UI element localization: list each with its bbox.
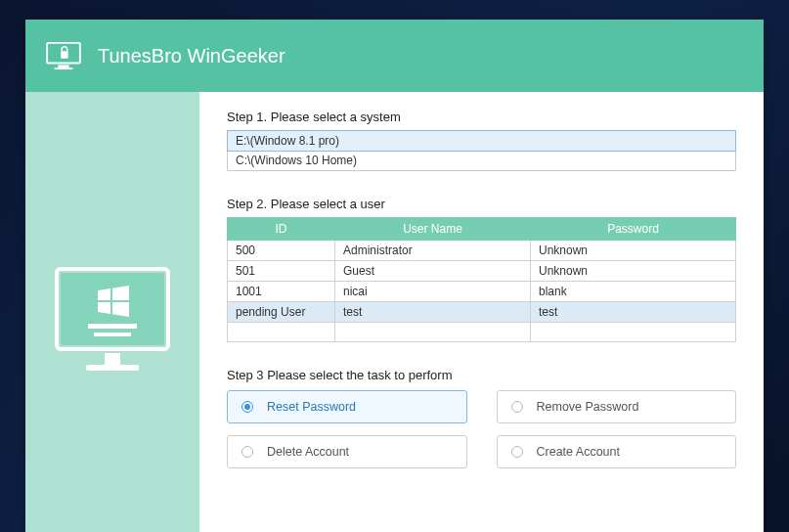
task-label: Create Account [537,445,620,459]
cell-id: 501 [228,261,335,282]
svg-rect-14 [94,332,131,336]
radio-icon [511,446,523,458]
app-window: TunesBro WinGeeker [25,20,764,532]
table-row[interactable]: 500 Administrator Unknown [228,241,736,261]
main-panel: Step 1. Please select a system E:\(Windo… [199,92,764,532]
task-delete-account[interactable]: Delete Account [227,435,467,468]
col-id: ID [228,218,335,241]
cell-password: test [531,302,736,323]
header: TunesBro WinGeeker [25,20,764,92]
svg-rect-8 [86,365,139,371]
svg-rect-3 [55,67,73,69]
step2-label: Step 2. Please select a user [227,197,736,211]
task-remove-password[interactable]: Remove Password [497,390,737,423]
app-title: TunesBro WinGeeker [98,45,285,67]
cell-username: Guest [335,261,531,282]
radio-icon [511,401,523,413]
svg-marker-11 [98,302,110,314]
system-row[interactable]: E:\(Window 8.1 pro) [227,130,736,152]
task-label: Delete Account [267,445,349,459]
svg-rect-7 [105,353,120,365]
cell-username: Administrator [335,241,531,261]
cell-id: 1001 [228,282,335,302]
svg-rect-4 [61,51,68,59]
cell-id: 500 [228,241,335,261]
cell-username: nicai [335,282,531,302]
system-list: E:\(Window 8.1 pro) C:\(Windows 10 Home) [227,130,736,171]
computer-illustration-icon [49,261,176,402]
step3-label: Step 3 Please select the task to perform [227,368,736,382]
task-options: Reset Password Remove Password Delete Ac… [227,390,736,468]
sidebar [25,92,199,532]
task-label: Remove Password [537,400,639,414]
step1-label: Step 1. Please select a system [227,110,736,124]
svg-rect-13 [88,324,137,329]
radio-icon [241,401,253,413]
task-reset-password[interactable]: Reset Password [227,390,467,423]
cell-id: pending User [228,302,335,323]
table-row [228,323,736,342]
task-label: Reset Password [267,400,356,414]
table-row[interactable]: 501 Guest Unknown [228,261,736,282]
col-username: User Name [335,218,531,241]
svg-rect-2 [58,65,68,67]
table-row[interactable]: pending User test test [228,302,736,323]
task-create-account[interactable]: Create Account [497,435,737,468]
cell-password: Unknown [531,261,736,282]
radio-icon [241,446,253,458]
body: Step 1. Please select a system E:\(Windo… [25,92,764,532]
user-table: ID User Name Password 500 Administrator … [227,217,736,342]
table-header-row: ID User Name Password [228,218,736,241]
svg-marker-9 [98,288,110,300]
system-row[interactable]: C:\(Windows 10 Home) [228,151,735,170]
cell-username: test [335,302,531,323]
col-password: Password [531,218,736,241]
cell-password: blank [531,282,736,302]
logo-icon [45,41,82,70]
table-row[interactable]: 1001 nicai blank [228,282,736,302]
cell-password: Unknown [531,241,736,261]
